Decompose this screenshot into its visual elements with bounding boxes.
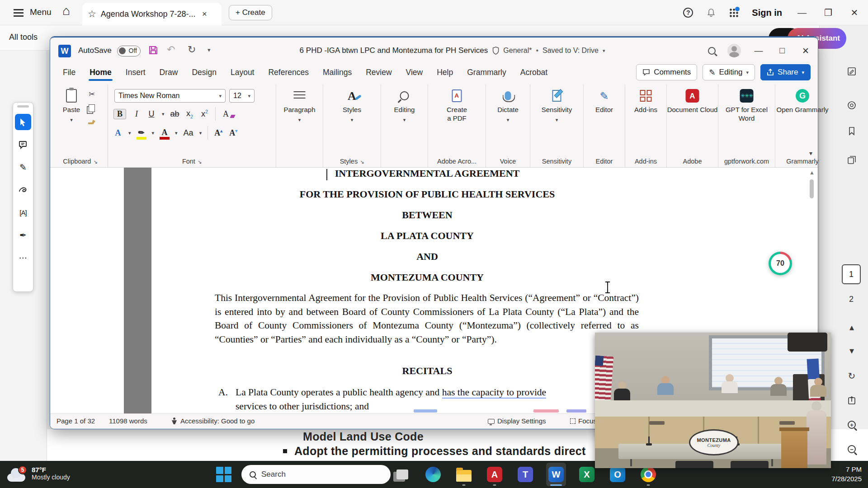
sign-in-button[interactable]: Sign in (752, 8, 782, 18)
all-tools-label[interactable]: All tools (9, 33, 38, 42)
redo-icon[interactable]: ↻ (188, 44, 196, 56)
superscript-button[interactable]: x2 (200, 109, 209, 119)
italic-button[interactable]: I (132, 109, 141, 119)
grow-font-button[interactable]: A▴ (214, 128, 223, 138)
dialog-launcher-icon[interactable]: ↘ (93, 159, 97, 164)
font-name-select[interactable]: Times New Roman ▾ (114, 89, 226, 103)
acrobat-button[interactable]: A (485, 463, 505, 486)
paste-button[interactable]: Paste ▾ (57, 88, 85, 124)
shrink-font-button[interactable]: A▾ (229, 128, 238, 138)
create-button[interactable]: + Create (229, 5, 272, 20)
start-button[interactable] (216, 467, 231, 482)
menu-icon[interactable] (14, 9, 24, 10)
tab-insert[interactable]: Insert (125, 65, 146, 80)
scroll-up-icon[interactable]: ▴ (844, 319, 860, 335)
tab-grammarly[interactable]: Grammarly (466, 65, 507, 80)
undo-icon[interactable]: ↶ (167, 44, 175, 56)
edge-button[interactable] (423, 463, 443, 486)
scroll-down-icon[interactable]: ▾ (844, 343, 860, 359)
open-grammarly-button[interactable]: G Open Grammarly (775, 88, 830, 114)
font-size-select[interactable]: 12 ▾ (229, 89, 255, 103)
home-icon[interactable]: ⌂ (62, 4, 70, 18)
bookmarks-icon[interactable] (844, 123, 860, 139)
sign-tool-icon[interactable]: ✒ (15, 227, 31, 243)
chevron-down-icon[interactable]: ▾ (603, 48, 605, 54)
focus-mode-button[interactable]: Focus (570, 417, 597, 425)
cut-icon[interactable]: ✂ (89, 89, 95, 99)
tab-file[interactable]: File (62, 65, 76, 80)
paragraph-button[interactable]: Paragraph ▾ (276, 88, 323, 124)
tab-review[interactable]: Review (365, 65, 392, 80)
subscript-button[interactable]: x2 (185, 109, 194, 119)
text-select-tool-icon[interactable]: [A] (15, 204, 31, 221)
word-maximize-button[interactable]: □ (776, 46, 788, 56)
weather-widget[interactable]: 5 87°F Mostly cloudy (6, 465, 70, 482)
page-indicator[interactable]: Page 1 of 32 (57, 417, 95, 425)
apps-grid-icon[interactable] (729, 8, 738, 17)
font-color-button[interactable]: A (160, 128, 169, 138)
edit-pdf-icon[interactable] (844, 63, 860, 80)
accessibility-status[interactable]: Accessibility: Good to go (171, 417, 255, 425)
taskbar-search[interactable]: Search (241, 465, 391, 484)
assistant-chat-icon[interactable] (844, 97, 860, 113)
current-page-indicator[interactable]: 1 (842, 264, 861, 284)
tab-help[interactable]: Help (436, 65, 454, 80)
collapse-ribbon-icon[interactable]: ▾ (809, 150, 812, 157)
word-close-button[interactable]: ✕ (800, 46, 811, 56)
strikethrough-button[interactable]: ab (170, 109, 179, 119)
tab-view[interactable]: View (405, 65, 424, 80)
window-minimize-button[interactable]: — (796, 8, 808, 18)
scrollbar-up-arrow[interactable]: ▲ (809, 169, 815, 176)
editing-mode-button[interactable]: ✎ Editing ▾ (703, 64, 755, 80)
quick-access-chevron-icon[interactable]: ▾ (208, 47, 211, 53)
export-page-icon[interactable] (844, 392, 860, 408)
copy-icon[interactable] (89, 103, 95, 113)
refresh-icon[interactable]: ↻ (844, 368, 860, 384)
more-tools-icon[interactable]: ⋯ (15, 249, 31, 266)
comments-button[interactable]: Comments (636, 64, 697, 80)
format-painter-icon[interactable] (88, 117, 95, 127)
word-minimize-button[interactable]: — (753, 46, 764, 56)
tab-home[interactable]: Home (89, 65, 113, 80)
search-icon[interactable] (708, 47, 716, 55)
zoom-out-icon[interactable]: − (844, 441, 860, 457)
tab-mailings[interactable]: Mailings (322, 65, 353, 80)
tab-close-icon[interactable]: × (202, 9, 207, 19)
add-ins-button[interactable]: Add-ins (625, 88, 666, 114)
rail-drag-handle[interactable] (17, 105, 29, 108)
sensitivity-button[interactable]: Sensitivity ▾ (530, 88, 583, 124)
highlight-color-button[interactable]: ✎ (137, 128, 146, 138)
autosave-toggle[interactable]: Off (117, 46, 141, 56)
tab-draw[interactable]: Draw (159, 65, 179, 80)
clear-formatting-button[interactable]: A (222, 109, 231, 119)
dialog-launcher-icon[interactable]: ↘ (198, 159, 202, 164)
next-page-number[interactable]: 2 (842, 295, 861, 304)
sensitivity-label[interactable]: General* (503, 47, 532, 55)
tab-acrobat[interactable]: Acrobat (519, 65, 548, 80)
meeting-video-feed[interactable]: MONTEZUMA County (595, 333, 831, 468)
select-tool-icon[interactable] (15, 114, 31, 130)
account-avatar[interactable] (727, 44, 741, 57)
gpt-button[interactable]: ✳✳✳ GPT for Excel Word (718, 88, 775, 122)
dictate-button[interactable]: Dictate ▾ (486, 88, 530, 124)
editor-button[interactable]: ✎ Editor (584, 88, 625, 114)
help-icon[interactable]: ? (683, 8, 693, 18)
underline-button[interactable]: U (147, 109, 156, 119)
saved-status[interactable]: Saved to V: Drive (542, 47, 599, 55)
document-tab[interactable]: ☆ Agenda Workshop 7-28-... × (82, 3, 222, 25)
tab-references[interactable]: References (267, 65, 310, 80)
share-button[interactable]: Share ▾ (760, 64, 811, 80)
editing-button[interactable]: Editing ▾ (381, 88, 428, 124)
notifications-icon[interactable] (707, 8, 716, 17)
word-button[interactable]: W (546, 463, 566, 486)
scrollbar-thumb[interactable] (810, 179, 814, 198)
text-effects-button[interactable]: A (113, 128, 123, 138)
word-count[interactable]: 11098 words (109, 417, 147, 425)
document-cloud-button[interactable]: A Document Cloud (667, 88, 718, 114)
bold-button[interactable]: B (113, 109, 126, 119)
teams-button[interactable]: T (515, 463, 535, 486)
menu-button[interactable]: Menu (30, 7, 52, 17)
tab-design[interactable]: Design (191, 65, 217, 80)
task-view-button[interactable] (392, 463, 412, 486)
taskbar-clock[interactable]: 7 PM 7/28/2025 (831, 465, 862, 483)
